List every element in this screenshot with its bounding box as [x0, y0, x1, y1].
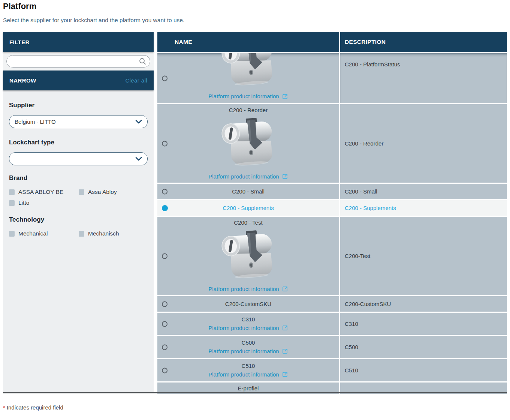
- platform-product-info-link[interactable]: Platform product information: [208, 347, 288, 356]
- chevron-down-icon: [135, 120, 142, 124]
- name-cell: C200 - Test Platform product information: [157, 217, 339, 295]
- table-row[interactable]: C200 - Test Platform product information…: [157, 217, 507, 295]
- platform-description: C200-Test: [340, 217, 507, 295]
- radio-button[interactable]: [162, 321, 168, 327]
- platform-product-info-link[interactable]: Platform product information: [208, 92, 288, 101]
- radio-button[interactable]: [162, 368, 168, 373]
- checkbox-icon[interactable]: [9, 189, 15, 195]
- search-strip: [3, 52, 154, 70]
- platform-product-info-label: Platform product information: [208, 172, 279, 181]
- checkbox-label: ASSA ABLOY BE: [18, 189, 63, 195]
- filter-checkbox-item[interactable]: Mechanical: [9, 230, 79, 237]
- radio-button[interactable]: [162, 301, 168, 307]
- name-cell: C310 Platform product information: [157, 313, 339, 335]
- platform-description: C500: [340, 336, 507, 358]
- radio-button[interactable]: [162, 75, 168, 81]
- platform-name: C200 - Reorder: [229, 106, 268, 114]
- required-asterisk: *: [3, 404, 5, 411]
- platform-description: C510: [340, 359, 507, 381]
- name-cell: C200 - Small: [157, 184, 339, 199]
- platform-name: C510: [242, 362, 255, 370]
- checkbox-icon[interactable]: [9, 200, 15, 206]
- name-cell: C200 - Reorder Platform product informat…: [157, 104, 339, 183]
- lockchart-type-select[interactable]: [9, 152, 148, 165]
- table-row[interactable]: C200 - Reorder Platform product informat…: [157, 104, 507, 183]
- required-field-note: *Indicates required field: [3, 404, 63, 411]
- technology-options: Mechanical Mechanisch: [9, 230, 148, 237]
- checkbox-icon[interactable]: [79, 231, 84, 237]
- supplier-select[interactable]: Belgium - LITTO: [9, 115, 148, 128]
- filter-body: Supplier Belgium - LITTO Lockchart type …: [3, 90, 154, 393]
- cylinder-product-image: [216, 114, 281, 172]
- radio-button[interactable]: [162, 141, 168, 146]
- page-subtitle: Select the supplier for your lockchart a…: [3, 17, 184, 24]
- table-row[interactable]: C310 Platform product information C310: [157, 313, 507, 335]
- platform-product-info-link[interactable]: Platform product information: [208, 172, 288, 181]
- platform-product-info-link[interactable]: Platform product information: [208, 370, 288, 379]
- radio-button[interactable]: [162, 205, 168, 211]
- platform-name: C310: [242, 315, 255, 324]
- radio-button[interactable]: [162, 189, 168, 194]
- external-link-icon: [282, 93, 288, 100]
- platform-description: C200 - Reorder: [340, 104, 507, 183]
- external-link-icon: [282, 371, 288, 378]
- name-cell: C510 Platform product information: [157, 359, 339, 381]
- supplier-label: Supplier: [9, 102, 148, 109]
- external-link-icon: [282, 286, 288, 292]
- cylinder-product-image: [216, 227, 281, 285]
- radio-button[interactable]: [162, 344, 168, 350]
- radio-button[interactable]: [162, 253, 168, 259]
- checkbox-label: Mechanical: [18, 230, 48, 237]
- brand-label: Brand: [9, 174, 148, 182]
- checkbox-icon[interactable]: [79, 189, 84, 195]
- clear-all-link[interactable]: Clear all: [125, 77, 147, 84]
- table-row[interactable]: C500 Platform product information C500: [157, 336, 507, 358]
- checkbox-icon[interactable]: [9, 231, 15, 237]
- external-link-icon: [282, 348, 288, 354]
- filter-header: FILTER: [3, 32, 154, 52]
- search-input[interactable]: [6, 55, 150, 68]
- platform-name: C200 - Small: [232, 188, 265, 196]
- name-cell: C500 Platform product information: [157, 336, 339, 358]
- platform-name: E-profiel: [238, 384, 259, 393]
- table-bottom-divider: [3, 392, 507, 393]
- platform-description: C200 - PlatformStatus: [340, 53, 507, 103]
- filter-checkbox-item[interactable]: ASSA ABLOY BE: [9, 189, 79, 195]
- checkbox-label: Assa Abloy: [88, 189, 117, 195]
- platform-table: NAME DESCRIPTION Platform product inform…: [157, 32, 507, 394]
- chevron-down-icon: [135, 157, 142, 161]
- table-row[interactable]: C200 - Supplements C200 - Supplements: [157, 200, 507, 216]
- filter-checkbox-item[interactable]: Litto: [9, 200, 79, 206]
- column-header-description: DESCRIPTION: [340, 32, 507, 52]
- name-cell: C200 - Supplements: [157, 200, 339, 216]
- page-title: Platform: [3, 2, 36, 11]
- lockchart-type-label: Lockchart type: [9, 139, 148, 146]
- platform-description: C200-CustomSKU: [340, 296, 507, 312]
- platform-product-info-link[interactable]: Platform product information: [208, 324, 288, 333]
- table-row[interactable]: C200 - Small C200 - Small: [157, 184, 507, 199]
- platform-description: C310: [340, 313, 507, 335]
- external-link-icon: [282, 173, 288, 180]
- platform-description: C200 - Small: [340, 184, 507, 199]
- supplier-select-value: Belgium - LITTO: [15, 118, 135, 125]
- platform-table-header: NAME DESCRIPTION: [157, 32, 507, 52]
- name-cell: Platform product information: [157, 53, 339, 103]
- filter-checkbox-item[interactable]: Assa Abloy: [79, 189, 148, 195]
- platform-product-info-label: Platform product information: [208, 370, 279, 379]
- filter-sidebar: FILTER NARROW Clear all Supplier Belgium…: [3, 32, 154, 393]
- platform-name: C200 - Supplements: [223, 204, 274, 212]
- platform-page: Platform Select the supplier for your lo…: [0, 0, 510, 420]
- filter-checkbox-item[interactable]: Mechanisch: [79, 230, 148, 237]
- platform-product-info-label: Platform product information: [208, 285, 279, 294]
- checkbox-label: Litto: [18, 200, 29, 206]
- name-cell: C200-CustomSKU: [157, 296, 339, 312]
- platform-name: C500: [242, 339, 255, 347]
- platform-description: C200 - Supplements: [340, 200, 507, 216]
- table-row[interactable]: C200-CustomSKU C200-CustomSKU: [157, 296, 507, 312]
- table-row[interactable]: Platform product information C200 - Plat…: [157, 53, 507, 103]
- filter-header-label: FILTER: [9, 39, 30, 45]
- narrow-header: NARROW Clear all: [3, 70, 154, 90]
- search-icon: [139, 58, 146, 65]
- table-row[interactable]: C510 Platform product information C510: [157, 359, 507, 381]
- platform-product-info-link[interactable]: Platform product information: [208, 285, 288, 294]
